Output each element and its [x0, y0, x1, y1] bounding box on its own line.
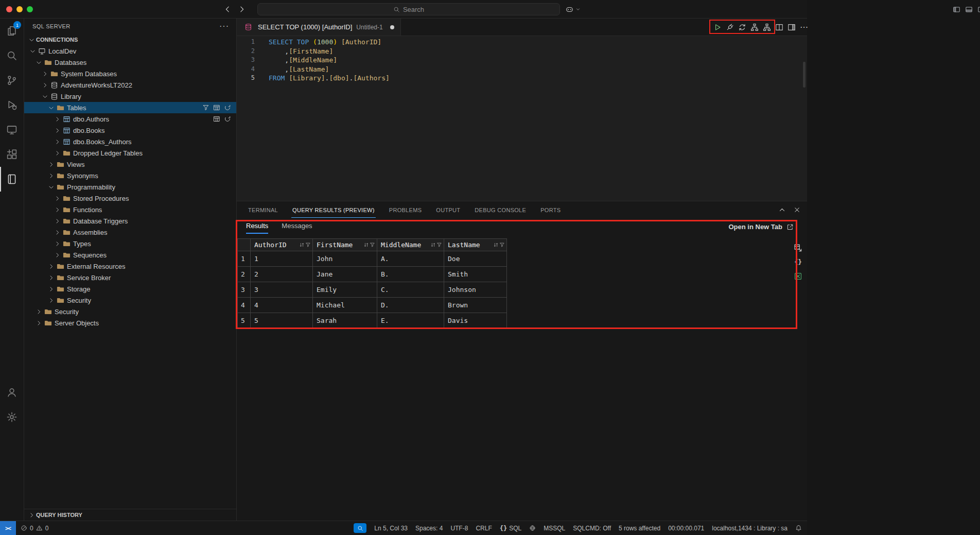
tree-item-security[interactable]: Security — [24, 295, 236, 306]
tree-item-databases[interactable]: Databases — [24, 57, 236, 68]
command-center-search[interactable]: Search — [257, 3, 560, 15]
refresh-icon[interactable] — [224, 115, 231, 123]
refresh-icon[interactable] — [224, 104, 231, 111]
tree-item-dbo-authors[interactable]: dbo.Authors — [24, 113, 236, 125]
filter-icon[interactable] — [499, 242, 505, 248]
row-number[interactable]: 3 — [237, 282, 251, 298]
filter-icon[interactable] — [370, 242, 375, 248]
grid-cell[interactable]: C. — [377, 282, 444, 298]
panel-tab-terminal[interactable]: TERMINAL — [247, 207, 279, 218]
actual-plan-icon[interactable] — [763, 23, 771, 31]
grid-cell[interactable]: Davis — [444, 313, 507, 329]
status-sqlcmd[interactable]: SQLCMD: Off — [573, 525, 611, 532]
code-line-3[interactable]: 3 ,[MiddleName] — [237, 56, 807, 65]
row-number[interactable]: 2 — [237, 267, 251, 282]
maximize-panel-icon[interactable] — [778, 206, 786, 214]
tree-item-library[interactable]: Library — [24, 91, 236, 102]
chevron-right-icon[interactable] — [47, 171, 55, 180]
column-header-firstname[interactable]: FirstName — [313, 238, 377, 251]
close-panel-icon[interactable] — [793, 206, 801, 214]
tree-item-sequences[interactable]: Sequences — [24, 249, 236, 261]
activity-search[interactable] — [0, 43, 24, 68]
toggle-primary-sidebar-icon[interactable] — [953, 6, 960, 13]
tree-item-localdev[interactable]: LocalDev — [24, 45, 236, 57]
tree-item-external-resources[interactable]: External Resources — [24, 261, 236, 272]
status-encoding[interactable]: UTF-8 — [450, 525, 468, 532]
activity-settings[interactable] — [0, 405, 24, 429]
split-editor-icon[interactable] — [775, 23, 783, 31]
chevron-right-icon[interactable] — [53, 239, 61, 248]
tree-item-functions[interactable]: Functions — [24, 204, 236, 215]
grid-cell[interactable]: Brown — [444, 298, 507, 313]
grid-cell[interactable]: 2 — [251, 267, 313, 282]
activity-run-and-debug[interactable] — [0, 93, 24, 117]
grid-cell[interactable]: 5 — [251, 313, 313, 329]
editor-scrollbar[interactable] — [803, 62, 806, 88]
tree-item-views[interactable]: Views — [24, 159, 236, 170]
column-header-authorid[interactable]: AuthorID — [251, 238, 313, 251]
activity-accounts[interactable] — [0, 380, 24, 405]
activity-source-control[interactable] — [0, 68, 24, 93]
errors-warnings[interactable]: 0 0 — [21, 525, 48, 532]
tree-item-assemblies[interactable]: Assemblies — [24, 227, 236, 238]
chevron-down-icon[interactable] — [47, 183, 55, 191]
activity-extensions[interactable] — [0, 142, 24, 167]
query-history-section-header[interactable]: QUERY HISTORY — [24, 509, 236, 521]
chevron-right-icon[interactable] — [47, 296, 55, 304]
grid-cell[interactable]: 4 — [251, 298, 313, 313]
tree-item-system-databases[interactable]: System Databases — [24, 68, 236, 79]
chevron-down-icon[interactable] — [41, 92, 49, 100]
tree-item-synonyms[interactable]: Synonyms — [24, 170, 236, 181]
tree-item-adventureworkslt2022[interactable]: AdventureWorksLT2022 — [24, 79, 236, 91]
status-language-mode[interactable]: {}SQL — [500, 525, 521, 532]
grid-cell[interactable]: Johnson — [444, 282, 507, 298]
zoom-window-button[interactable] — [27, 6, 33, 12]
grid-cell[interactable]: B. — [377, 267, 444, 282]
connections-section-header[interactable]: CONNECTIONS — [24, 34, 236, 45]
chevron-right-icon[interactable] — [53, 217, 61, 225]
grid-cell[interactable]: Doe — [444, 251, 507, 267]
code-line-5[interactable]: 5FROM [Library].[dbo].[Authors] — [237, 74, 807, 83]
run-query-icon[interactable] — [713, 23, 722, 31]
panel-tab-debug-console[interactable]: DEBUG CONSOLE — [474, 207, 527, 218]
chevron-right-icon[interactable] — [53, 137, 61, 146]
panel-tab-ports[interactable]: PORTS — [539, 207, 562, 218]
grid-cell[interactable]: A. — [377, 251, 444, 267]
chevron-right-icon[interactable] — [53, 251, 61, 259]
chevron-down-icon[interactable] — [34, 58, 43, 66]
chevron-right-icon[interactable] — [34, 307, 43, 316]
tree-item-tables[interactable]: Tables — [24, 102, 236, 113]
code-line-2[interactable]: 2 ,[FirstName] — [237, 47, 807, 56]
forward-icon[interactable] — [238, 5, 246, 13]
activity-remote-explorer[interactable] — [0, 117, 24, 142]
tree-item-storage[interactable]: Storage — [24, 283, 236, 295]
tree-item-types[interactable]: Types — [24, 238, 236, 249]
chevron-right-icon[interactable] — [47, 262, 55, 270]
code-editor[interactable]: 1SELECT TOP (1000) [AuthorID]2 ,[FirstNa… — [237, 36, 807, 201]
grid-row-5[interactable]: 55SarahE.Davis — [237, 313, 507, 329]
tree-item-service-broker[interactable]: Service Broker — [24, 272, 236, 283]
sidebar-more-actions-icon[interactable]: ··· — [219, 22, 229, 31]
sort-icon[interactable] — [493, 242, 499, 248]
editor-layout-icon[interactable] — [787, 23, 796, 31]
status-zoom-indicator[interactable] — [354, 523, 366, 533]
tree-item-security[interactable]: Security — [24, 306, 236, 317]
chevron-right-icon[interactable] — [47, 285, 55, 293]
grid-row-4[interactable]: 44MichaelD.Brown — [237, 298, 507, 313]
results-grid[interactable]: AuthorIDFirstNameMiddleNameLastName11Joh… — [237, 238, 507, 329]
tree-item-database-triggers[interactable]: Database Triggers — [24, 215, 236, 227]
select-top-1000-icon[interactable] — [213, 115, 220, 123]
grid-cell[interactable]: Emily — [313, 282, 377, 298]
panel-tab-problems[interactable]: PROBLEMS — [388, 207, 423, 218]
grid-cell[interactable]: E. — [377, 313, 444, 329]
grid-cell[interactable]: John — [313, 251, 377, 267]
activity-sql-server[interactable] — [0, 167, 24, 192]
editor-tab[interactable]: SELECT TOP (1000) [AuthorID] Untitled-1 — [237, 19, 401, 36]
tree-item-stored-procedures[interactable]: Stored Procedures — [24, 193, 236, 204]
open-in-new-tab-button[interactable]: Open in New Tab — [729, 223, 794, 231]
chevron-down-icon[interactable] — [28, 47, 37, 55]
chevron-right-icon[interactable] — [41, 70, 49, 78]
grid-cell[interactable]: 1 — [251, 251, 313, 267]
code-line-1[interactable]: 1SELECT TOP (1000) [AuthorID] — [237, 38, 807, 47]
grid-corner-cell[interactable] — [237, 238, 251, 251]
